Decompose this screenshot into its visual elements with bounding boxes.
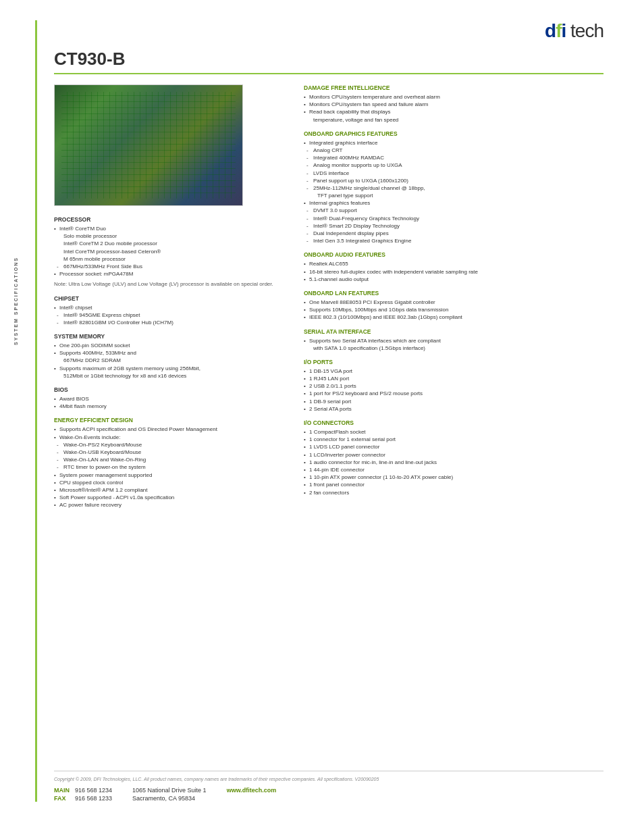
list-item: Intel® CoreTM 2 Duo mobile processor	[54, 240, 284, 247]
list-item: 1 DB-15 VGA port	[304, 367, 603, 375]
list-item: Dual Independent display pipes	[304, 230, 603, 237]
copyright-text: Copyright © 2009, DFI Technologies, LLC.…	[54, 777, 603, 781]
content-area: PROCESSOR Intel® CoreTM Duo Solo mobile …	[54, 84, 603, 515]
side-label: SYSTEM SPECIFICATIONS	[14, 257, 18, 345]
list-item: 1 CompactFlash socket	[304, 428, 603, 436]
serial-ata-title: SERIAL ATA INTERFACE	[304, 328, 603, 335]
chipset-title: CHIPSET	[54, 295, 284, 302]
section-io-connectors: I/O CONNECTORS 1 CompactFlash socket 1 c…	[304, 419, 603, 496]
contact-values: 916 568 1234 916 568 1233	[75, 787, 112, 802]
list-item: Intel® 82801GBM I/O Controller Hub (ICH7…	[54, 319, 284, 326]
footer-contact: MAIN FAX 916 568 1234 916 568 1233 1065 …	[54, 787, 603, 802]
section-onboard-audio: ONBOARD AUDIO FEATURES Realtek ALC655 16…	[304, 251, 603, 283]
list-item: Wake-On-USB Keyboard/Mouse	[54, 448, 284, 456]
section-energy: ENERGY EFFICIENT DESIGN Supports ACPI sp…	[54, 417, 284, 509]
list-item: 5.1-channel audio output	[304, 276, 603, 283]
footer: Copyright © 2009, DFI Technologies, LLC.…	[54, 771, 603, 802]
list-item: temperature, voltage and fan speed	[304, 116, 603, 124]
list-item: Wake-On-Events include:	[54, 434, 284, 441]
list-item: Supports maximum of 2GB system memory us…	[54, 365, 284, 372]
list-item: Realtek ALC655	[304, 260, 603, 267]
list-item: AC power failure recovery	[54, 501, 284, 509]
energy-title: ENERGY EFFICIENT DESIGN	[54, 417, 284, 423]
list-item: Internal graphics features	[304, 199, 603, 207]
io-ports-title: I/O PORTS	[304, 359, 603, 365]
list-item: 4Mbit flash memory	[54, 403, 284, 410]
bios-list: Award BIOS 4Mbit flash memory	[54, 395, 284, 410]
section-onboard-graphics: ONBOARD GRAPHICS FEATURES Integrated gra…	[304, 130, 603, 245]
damage-free-list: Monitors CPU/system temperature and over…	[304, 93, 603, 124]
list-item: Intel® Dual-Frequency Graphics Technolog…	[304, 215, 603, 222]
list-item: 1 DB-9 serial port	[304, 398, 603, 405]
left-column: PROCESSOR Intel® CoreTM Duo Solo mobile …	[54, 84, 284, 515]
list-item: Panel support up to UXGA (1600x1200)	[304, 177, 603, 184]
list-item: Wake-On-PS/2 Keyboard/Mouse	[54, 441, 284, 448]
logo-tech: tech	[566, 20, 603, 41]
logo-accent: f	[556, 20, 561, 41]
section-system-memory: SYSTEM MEMORY One 200-pin SODIMM socket …	[54, 333, 284, 380]
list-item: 16-bit stereo full-duplex codec with ind…	[304, 268, 603, 276]
list-item: 1 10-pin ATX power connector (1 10-to-20…	[304, 473, 603, 481]
company-logo: dfi tech	[545, 20, 603, 42]
list-item: Intel® CoreTM Duo	[54, 225, 284, 232]
onboard-lan-title: ONBOARD LAN FEATURES	[304, 290, 603, 297]
chipset-list: Intel® chipset Intel® 945GME Express chi…	[54, 304, 284, 327]
right-column: DAMAGE FREE INTELLIGENCE Monitors CPU/sy…	[304, 84, 603, 515]
website-block: www.dfitech.com	[227, 787, 277, 794]
section-bios: BIOS Award BIOS 4Mbit flash memory	[54, 386, 284, 410]
section-io-ports: I/O PORTS 1 DB-15 VGA port 1 RJ45 LAN po…	[304, 359, 603, 413]
list-item: Analog CRT	[304, 147, 603, 154]
onboard-graphics-title: ONBOARD GRAPHICS FEATURES	[304, 130, 603, 137]
list-item: 512Mbit or 1Gbit technology for x8 and x…	[54, 372, 284, 380]
left-border-decoration	[35, 20, 37, 802]
onboard-graphics-list: Integrated graphics interface Analog CRT…	[304, 139, 603, 245]
board-image	[54, 84, 243, 206]
contact-block: MAIN FAX 916 568 1234 916 568 1233	[54, 787, 112, 802]
list-item: 667MHz/533MHz Front Side Bus	[54, 263, 284, 270]
list-item: Supports two Serial ATA interfaces which…	[304, 337, 603, 344]
system-memory-title: SYSTEM MEMORY	[54, 333, 284, 340]
processor-title: PROCESSOR	[54, 216, 284, 223]
section-serial-ata: SERIAL ATA INTERFACE Supports two Serial…	[304, 328, 603, 352]
list-item: Monitors CPU/system fan speed and failur…	[304, 101, 603, 108]
address-line1: 1065 National Drive Suite 1	[132, 787, 207, 794]
list-item: One 200-pin SODIMM socket	[54, 342, 284, 349]
list-item: 1 LVDS LCD panel connector	[304, 443, 603, 451]
list-item: 25MHz-112MHz single/dual channel @ 18bpp…	[304, 184, 603, 192]
list-item: 667MHz DDR2 SDRAM	[54, 357, 284, 364]
serial-ata-list: Supports two Serial ATA interfaces which…	[304, 337, 603, 352]
list-item: Integrated graphics interface	[304, 139, 603, 147]
list-item: Microsoft®/Intel® APM 1.2 compliant	[54, 486, 284, 494]
list-item: One Marvell 88E8053 PCI Express Gigabit …	[304, 299, 603, 306]
logo-dfi: dfi	[545, 20, 566, 41]
list-item: Supports 10Mbps, 100Mbps and 1Gbps data …	[304, 306, 603, 313]
list-item: Intel® chipset	[54, 304, 284, 311]
list-item: System power management supported	[54, 471, 284, 479]
list-item: 1 RJ45 LAN port	[304, 375, 603, 382]
list-item: Intel® Smart 2D Display Technology	[304, 222, 603, 230]
fax-label: FAX	[54, 795, 70, 802]
list-item: 1 front panel connector	[304, 481, 603, 488]
list-item: 2 fan connectors	[304, 489, 603, 496]
list-item: 1 connector for 1 external serial port	[304, 436, 603, 443]
energy-list: Supports ACPI specification and OS Direc…	[54, 426, 284, 509]
bios-title: BIOS	[54, 386, 284, 393]
list-item: Supports ACPI specification and OS Direc…	[54, 426, 284, 433]
list-item: Intel Gen 3.5 Integrated Graphics Engine	[304, 237, 603, 245]
list-item: 1 audio connector for mic-in, line-in an…	[304, 459, 603, 466]
list-item: Intel® 945GME Express chipset	[54, 311, 284, 319]
page: SYSTEM SPECIFICATIONS dfi tech CT930-B P…	[0, 0, 644, 822]
list-item: Solo mobile processor	[54, 232, 284, 240]
website: www.dfitech.com	[227, 787, 277, 794]
product-title: CT930-B	[54, 49, 603, 74]
list-item: Wake-On-LAN and Wake-On-Ring	[54, 456, 284, 463]
processor-list: Intel® CoreTM Duo Solo mobile processor …	[54, 225, 284, 278]
list-item: Monitors CPU/system temperature and over…	[304, 93, 603, 101]
list-item: TFT panel type support	[304, 192, 603, 199]
list-item: IEEE 802.3 (10/100Mbps) and IEEE 802.3ab…	[304, 313, 603, 321]
list-item: Analog monitor supports up to UXGA	[304, 161, 603, 169]
onboard-lan-list: One Marvell 88E8053 PCI Express Gigabit …	[304, 299, 603, 322]
list-item: 1 44-pin IDE connector	[304, 466, 603, 473]
list-item: with SATA 1.0 specification (1.5Gbps int…	[304, 344, 603, 352]
list-item: RTC timer to power-on the system	[54, 463, 284, 471]
